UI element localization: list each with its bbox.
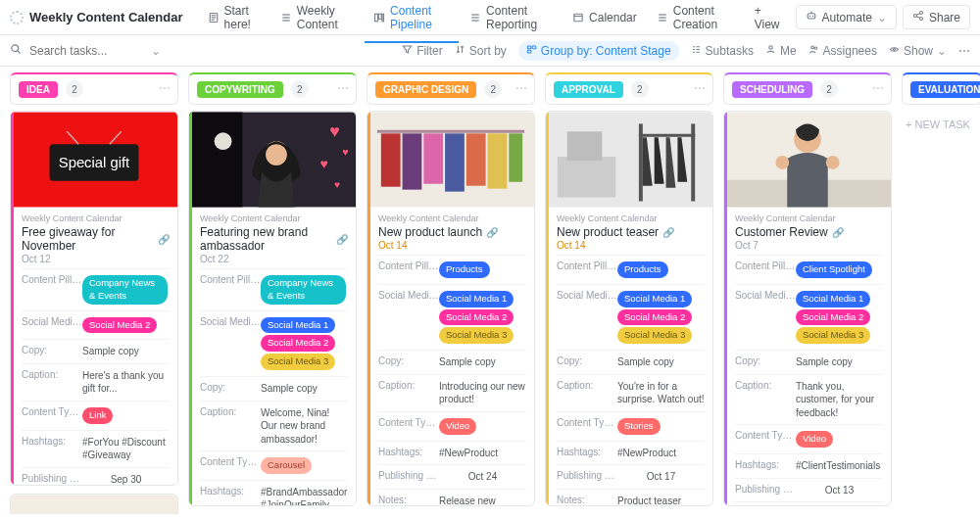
assignees-tool[interactable]: Assignees — [808, 44, 877, 58]
automate-button[interactable]: Automate ⌄ — [796, 5, 897, 29]
tag-sm1[interactable]: Social Media 1 — [796, 291, 870, 307]
column-header[interactable]: SCHEDULING 2 ⋯ — [723, 72, 892, 105]
column-header[interactable]: IDEA 2 ⋯ — [10, 72, 178, 105]
field-label: Notes: — [378, 495, 439, 505]
svg-rect-11 — [527, 46, 530, 49]
column-graphic design: GRAPHIC DESIGN 2 ⋯ Weekly Content Calend… — [367, 72, 535, 514]
stage-pill: SCHEDULING — [732, 81, 812, 98]
card-accent — [724, 112, 727, 505]
tab-icon — [373, 12, 385, 24]
column-more-icon[interactable]: ⋯ — [962, 81, 974, 95]
tab-label: + View — [755, 4, 781, 31]
tag-sm2[interactable]: Social Media 2 — [261, 335, 335, 352]
tab-calendar[interactable]: Calendar — [564, 7, 646, 28]
stage-pill: APPROVAL — [554, 81, 623, 98]
tag-sm3[interactable]: Social Media 3 — [439, 327, 514, 344]
field-value: Social Media 1Social Media 2Social Media… — [439, 290, 526, 345]
column-copywriting: COPYWRITING 2 ⋯ Weekly Content Calendar … — [188, 72, 357, 514]
tag-sm2[interactable]: Social Media 2 — [82, 317, 157, 334]
column-more-icon[interactable]: ⋯ — [159, 81, 171, 95]
tag-company_news[interactable]: Company News & Events — [82, 275, 168, 305]
tab-label: Start here! — [224, 4, 261, 31]
stage-pill: COPYWRITING — [197, 81, 283, 98]
field-label: Social Media... — [735, 290, 796, 301]
field-value: Social Media 1Social Media 2Social Media… — [261, 316, 348, 371]
field-label: Caption: — [557, 380, 617, 391]
tab--view[interactable]: + View — [746, 0, 790, 35]
svg-point-1 — [808, 16, 810, 18]
card-cover-image — [368, 112, 534, 208]
field-row: Notes: Testimonial about new product — [735, 501, 883, 506]
show-tool[interactable]: Show ⌄ — [889, 44, 947, 58]
tag-sm1[interactable]: Social Media 1 — [439, 291, 514, 307]
card-accent — [11, 112, 14, 485]
tab-content-creation[interactable]: Content Creation — [648, 0, 744, 35]
column-header[interactable]: EVALUATION 0 ⋯ — [902, 72, 980, 105]
column-more-icon[interactable]: ⋯ — [515, 81, 527, 95]
card-breadcrumb: Weekly Content Calendar — [735, 213, 883, 223]
column-header[interactable]: COPYWRITING 2 ⋯ — [188, 72, 357, 105]
tag-sm2[interactable]: Social Media 2 — [617, 309, 692, 326]
new-task-button[interactable]: + NEW TASK — [902, 111, 980, 138]
filter-tool[interactable]: Filter — [402, 44, 443, 58]
card-title: New product launch 🔗 — [378, 225, 526, 239]
field-row: Publishing D... Oct 24 — [378, 464, 526, 489]
search-input[interactable] — [27, 43, 145, 59]
tab-content-reporting[interactable]: Content Reporting — [461, 0, 562, 35]
stage-pill: GRAPHIC DESIGN — [375, 81, 476, 98]
field-row: Social Media... Social Media 1Social Med… — [200, 310, 348, 376]
task-card[interactable]: Weekly Content Calendar Free giveaway fo… — [10, 111, 178, 486]
group-by-tool[interactable]: Group by: Content Stage — [518, 41, 679, 61]
tag-sm2[interactable]: Social Media 2 — [439, 309, 514, 326]
field-row: Hashtags: #ClientTestimonials — [735, 453, 883, 478]
field-label: Content Type: — [735, 430, 796, 441]
tab-weekly-content[interactable]: Weekly Content — [271, 0, 363, 35]
subtask-icon — [691, 44, 702, 58]
me-tool[interactable]: Me — [765, 44, 797, 58]
tag-sm3[interactable]: Social Media 3 — [796, 327, 870, 344]
task-card[interactable]: Weekly Content Calendar Featuring new br… — [188, 111, 357, 506]
tag-stories[interactable]: Stories — [617, 418, 661, 435]
field-label: Content Type: — [557, 417, 617, 428]
column-more-icon[interactable]: ⋯ — [872, 81, 884, 95]
share-button[interactable]: Share — [903, 5, 970, 29]
field-label: Publishing D... — [378, 470, 439, 481]
field-value: Link — [82, 406, 170, 425]
tab-content-pipeline[interactable]: Content Pipeline — [365, 0, 459, 35]
more-tool[interactable]: ⋯ — [958, 44, 970, 58]
sort-tool[interactable]: Sort by — [455, 44, 507, 58]
column-more-icon[interactable]: ⋯ — [694, 81, 706, 95]
tab-start-here-[interactable]: Start here! — [199, 0, 270, 35]
chevron-down-icon: ⌄ — [877, 11, 887, 24]
task-card[interactable]: Weekly Content Calendar New product laun… — [367, 111, 535, 506]
tag-products[interactable]: Products — [439, 261, 490, 278]
tag-sm3[interactable]: Social Media 3 — [261, 354, 335, 370]
task-card[interactable]: Weekly Content Calendar Customer Review … — [723, 111, 892, 506]
user-icon — [765, 44, 776, 58]
tag-company_news[interactable]: Company News & Events — [261, 275, 346, 305]
tag-sm3[interactable]: Social Media 3 — [617, 327, 692, 344]
tag-link[interactable]: Link — [82, 407, 113, 424]
tag-products[interactable]: Products — [617, 261, 668, 278]
card-breadcrumb: Weekly Content Calendar — [378, 213, 526, 223]
tag-video[interactable]: Video — [439, 418, 476, 435]
page-title: Weekly Content Calendar — [29, 10, 183, 24]
search-box[interactable]: ⌄ — [10, 43, 388, 59]
column-more-icon[interactable]: ⋯ — [337, 81, 349, 95]
column-header[interactable]: GRAPHIC DESIGN 2 ⋯ — [367, 72, 535, 105]
tag-sm1[interactable]: Social Media 1 — [261, 317, 335, 334]
field-value: #ClientTestimonials — [796, 459, 883, 473]
tag-sm2[interactable]: Social Media 2 — [796, 309, 870, 326]
column-header[interactable]: APPROVAL 2 ⋯ — [545, 72, 713, 105]
tag-carousel[interactable]: Carousel — [261, 457, 312, 474]
task-card[interactable]: Weekly Content Calendar New product teas… — [545, 111, 713, 506]
subtasks-tool[interactable]: Subtasks — [691, 44, 754, 58]
field-row: Publishing D... Oct 13 — [735, 478, 883, 502]
tag-video[interactable]: Video — [796, 431, 833, 448]
field-label: Content Pillar: — [557, 260, 617, 271]
tag-client_spotlight[interactable]: Client Spotlight — [796, 261, 872, 278]
tag-sm1[interactable]: Social Media 1 — [617, 291, 692, 307]
chevron-down-icon[interactable]: ⌄ — [151, 44, 161, 58]
task-card-peek[interactable] — [10, 494, 178, 514]
card-date: Oct 7 — [735, 240, 883, 251]
